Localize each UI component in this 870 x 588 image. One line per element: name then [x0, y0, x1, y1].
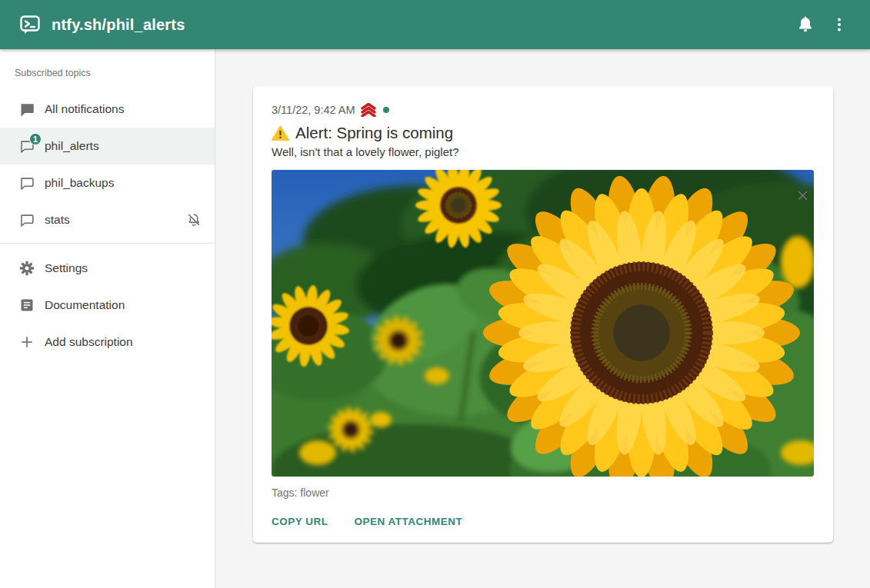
priority-max-icon: [360, 103, 377, 117]
kebab-menu-icon: [830, 15, 848, 34]
chat-bubble-outline-icon: [19, 212, 35, 228]
sidebar-item-label: phil_backups: [45, 176, 114, 190]
plus-icon: [19, 334, 35, 350]
notifications-bell-button[interactable]: [788, 8, 822, 42]
overflow-menu-button[interactable]: [822, 8, 856, 42]
sidebar-item-label: Settings: [45, 261, 88, 275]
page-title: ntfy.sh/phil_alerts: [52, 16, 185, 34]
sidebar-item-label: Add subscription: [45, 335, 133, 349]
sidebar-item-phil-alerts[interactable]: 1 phil_alerts: [0, 128, 215, 164]
notification-title-row: Alert: Spring is coming: [272, 124, 815, 142]
notification-title: Alert: Spring is coming: [295, 124, 453, 142]
sidebar-item-documentation[interactable]: Documentation: [0, 287, 215, 324]
notification-timestamp: 3/11/22, 9:42 AM: [272, 104, 355, 116]
notification-actions: COPY URL OPEN ATTACHMENT: [265, 510, 815, 533]
chat-bubble-filled-icon: [19, 101, 35, 117]
notification-body: Well, isn't that a lovely flower, piglet…: [272, 145, 815, 158]
close-notification-button[interactable]: [788, 181, 816, 209]
sidebar-item-add-subscription[interactable]: Add subscription: [0, 324, 215, 360]
notifications-muted-icon: [185, 211, 202, 228]
main-content: 3/11/22, 9:42 AM: [216, 49, 870, 588]
sidebar-item-label: All notifications: [45, 102, 124, 116]
close-icon: [795, 188, 811, 204]
chat-bubble-outline-icon: 1: [19, 138, 35, 154]
warning-emoji-icon: [272, 125, 289, 141]
sidebar-item-settings[interactable]: Settings: [0, 250, 215, 287]
unread-dot: [383, 107, 389, 113]
chat-bubble-outline-icon: [19, 175, 35, 191]
ntfy-logo-icon: [20, 15, 40, 35]
sunflower-photo: [272, 170, 814, 477]
notification-tags: Tags: flower: [272, 487, 815, 499]
gear-icon: [19, 261, 35, 276]
sidebar-item-label: Documentation: [45, 298, 125, 312]
copy-url-button[interactable]: COPY URL: [265, 510, 335, 533]
open-attachment-button[interactable]: OPEN ATTACHMENT: [348, 510, 469, 533]
notification-meta: 3/11/22, 9:42 AM: [272, 101, 815, 118]
sidebar-divider: [0, 243, 215, 244]
sidebar-item-all-notifications[interactable]: All notifications: [0, 91, 215, 128]
notification-card: 3/11/22, 9:42 AM: [253, 86, 833, 543]
article-icon: [19, 297, 35, 313]
unread-count-badge: 1: [29, 133, 42, 145]
sidebar-item-phil-backups[interactable]: phil_backups: [0, 164, 215, 201]
subscribed-topics-label: Subscribed topics: [0, 54, 215, 91]
sidebar-item-label: phil_alerts: [45, 139, 99, 153]
app-bar: ntfy.sh/phil_alerts: [0, 0, 870, 49]
sidebar-item-stats[interactable]: stats: [0, 201, 215, 238]
sidebar: Subscribed topics All notifications 1 ph…: [0, 49, 215, 588]
sidebar-item-label: stats: [45, 213, 70, 227]
attachment-image[interactable]: [272, 170, 814, 477]
